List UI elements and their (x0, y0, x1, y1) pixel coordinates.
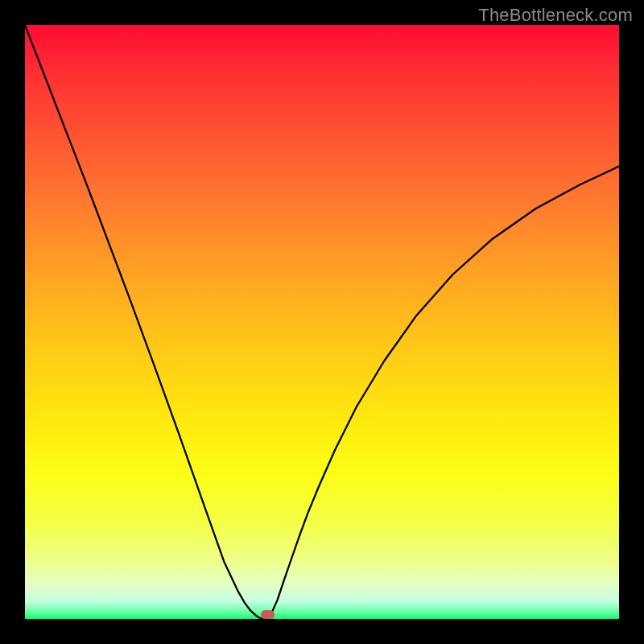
chart-frame: TheBottleneck.com (0, 0, 644, 644)
curve-path (25, 25, 619, 619)
optimum-marker (261, 610, 275, 619)
plot-area (25, 25, 619, 619)
watermark-text: TheBottleneck.com (478, 5, 633, 26)
bottleneck-curve (25, 25, 619, 619)
